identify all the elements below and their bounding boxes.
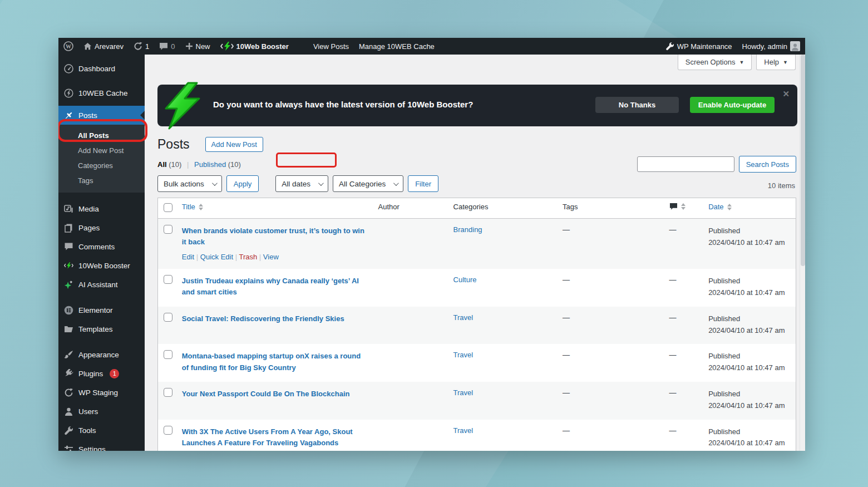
manage-cache-link[interactable]: Manage 10WEB Cache bbox=[354, 38, 440, 55]
comments-menu[interactable]: 0 bbox=[154, 38, 180, 55]
screen-options-button[interactable]: Screen Options ▼ bbox=[678, 55, 752, 70]
booster-label: 10Web Booster bbox=[236, 42, 289, 51]
row-checkbox[interactable] bbox=[164, 426, 172, 435]
sidebar-item-10web-cache[interactable]: 10WEB Cache bbox=[58, 83, 145, 102]
sidebar-item-media[interactable]: Media bbox=[58, 199, 145, 218]
post-title-link[interactable]: Justin Trudeau explains why Canada reall… bbox=[182, 276, 367, 298]
sidebar-item-comments[interactable]: Comments bbox=[58, 237, 145, 256]
select-all-checkbox[interactable] bbox=[164, 203, 172, 212]
sidebar-item-settings[interactable]: Settings bbox=[58, 440, 145, 451]
scrollbar-thumb[interactable] bbox=[801, 55, 805, 266]
current-menu-arrow bbox=[140, 111, 145, 120]
add-new-post-button[interactable]: Add New Post bbox=[205, 137, 263, 152]
comments-icon bbox=[64, 242, 73, 251]
apply-button[interactable]: Apply bbox=[226, 175, 259, 192]
row-checkbox[interactable] bbox=[164, 313, 172, 322]
banner-message: Do you want to always have the latest ve… bbox=[213, 100, 473, 109]
tools-wrench-icon bbox=[64, 426, 73, 435]
booster-menu[interactable]: 10Web Booster bbox=[215, 38, 294, 55]
comments-cell: — bbox=[664, 219, 703, 269]
view-posts-link[interactable]: View Posts bbox=[308, 38, 354, 55]
submenu-tags[interactable]: Tags bbox=[58, 173, 145, 188]
banner-close-icon[interactable]: ✕ bbox=[782, 89, 790, 99]
bulk-actions-select[interactable]: Bulk actions bbox=[157, 175, 222, 192]
folder-icon bbox=[64, 325, 73, 333]
view-published-link[interactable]: Published bbox=[194, 160, 226, 169]
plugins-update-badge: 1 bbox=[110, 369, 119, 378]
sort-comments-header[interactable] bbox=[669, 203, 685, 210]
wordpress-logo-menu[interactable]: W bbox=[58, 38, 78, 55]
sort-date-header[interactable]: Date bbox=[708, 203, 731, 211]
sidebar-item-ai-assistant[interactable]: AI Assistant bbox=[58, 275, 145, 294]
sidebar-item-dashboard[interactable]: Dashboard bbox=[58, 59, 145, 78]
sort-title-header[interactable]: Title bbox=[182, 203, 203, 211]
trash-link[interactable]: Trash bbox=[239, 253, 257, 261]
sort-arrows-icon bbox=[681, 203, 685, 210]
post-title-link[interactable]: When brands violate customer trust, it’s… bbox=[182, 225, 367, 248]
search-input[interactable] bbox=[637, 156, 734, 172]
tags-cell: — bbox=[557, 382, 664, 420]
author-cell bbox=[373, 382, 448, 420]
edit-link[interactable]: Edit bbox=[182, 253, 194, 261]
submenu-all-posts[interactable]: All Posts bbox=[58, 128, 145, 143]
quick-edit-link[interactable]: Quick Edit bbox=[200, 253, 233, 261]
category-link[interactable]: Travel bbox=[453, 313, 474, 322]
admin-sidebar: Dashboard 10WEB Cache Posts All Posts Ad… bbox=[58, 55, 145, 451]
sidebar-item-posts[interactable]: Posts bbox=[58, 106, 145, 125]
post-title-link[interactable]: With 3X The Active Users From A Year Ago… bbox=[182, 426, 367, 449]
row-checkbox[interactable] bbox=[164, 350, 172, 359]
tags-cell: — bbox=[557, 344, 664, 382]
sort-arrows-icon bbox=[199, 204, 203, 210]
help-button[interactable]: Help ▼ bbox=[756, 55, 796, 70]
post-title-link[interactable]: Your Next Passport Could Be On The Block… bbox=[182, 388, 350, 400]
wordpress-admin-window: W Arevarev 1 0 New bbox=[58, 38, 805, 451]
post-title-link[interactable]: Montana-based mapping startup onX raises… bbox=[182, 351, 367, 373]
row-checkbox[interactable] bbox=[164, 225, 172, 234]
sidebar-item-pages[interactable]: Pages bbox=[58, 218, 145, 237]
posts-table: Title Author Categories Tags Date When b… bbox=[157, 198, 796, 451]
new-content-menu[interactable]: New bbox=[180, 38, 215, 55]
plugin-icon bbox=[64, 369, 73, 378]
no-thanks-button[interactable]: No Thanks bbox=[595, 97, 679, 113]
all-dates-select[interactable]: All dates bbox=[275, 175, 328, 192]
sidebar-item-tools[interactable]: Tools bbox=[58, 421, 145, 440]
view-link[interactable]: View bbox=[263, 253, 279, 261]
tags-cell: — bbox=[557, 219, 664, 269]
row-checkbox[interactable] bbox=[164, 275, 172, 284]
sidebar-item-elementor[interactable]: Elementor bbox=[58, 301, 145, 319]
sidebar-item-users[interactable]: Users bbox=[58, 402, 145, 421]
home-icon bbox=[83, 42, 92, 51]
sidebar-item-plugins[interactable]: Plugins 1 bbox=[58, 364, 145, 383]
view-all-link[interactable]: All bbox=[157, 160, 167, 169]
account-menu[interactable]: Howdy, admin bbox=[737, 38, 805, 55]
category-link[interactable]: Branding bbox=[453, 225, 482, 234]
dashboard-icon bbox=[64, 64, 73, 73]
sidebar-item-10web-booster[interactable]: 10Web Booster bbox=[58, 256, 145, 275]
chevron-down-icon bbox=[212, 180, 218, 186]
submenu-categories[interactable]: Categories bbox=[58, 158, 145, 173]
sidebar-item-templates[interactable]: Templates bbox=[58, 319, 145, 338]
avatar bbox=[790, 41, 800, 51]
filter-button[interactable]: Filter bbox=[408, 175, 438, 192]
scrollbar[interactable] bbox=[800, 55, 805, 451]
row-checkbox[interactable] bbox=[164, 388, 172, 397]
sparkle-icon bbox=[64, 280, 73, 289]
wp-maintenance-menu[interactable]: WP Maintenance bbox=[660, 38, 737, 55]
category-link[interactable]: Travel bbox=[453, 426, 474, 435]
sidebar-item-appearance[interactable]: Appearance bbox=[58, 345, 145, 364]
sidebar-item-wp-staging[interactable]: WP Staging bbox=[58, 383, 145, 402]
tags-cell: — bbox=[557, 307, 664, 345]
search-posts-button[interactable]: Search Posts bbox=[739, 156, 796, 173]
enable-auto-update-button[interactable]: Enable Auto-update bbox=[690, 97, 775, 113]
all-categories-select[interactable]: All Categories bbox=[333, 175, 403, 192]
category-link[interactable]: Travel bbox=[453, 351, 474, 359]
pages-icon bbox=[64, 223, 73, 233]
category-link[interactable]: Travel bbox=[453, 388, 474, 397]
booster-sidebar-icon bbox=[64, 261, 73, 270]
site-name-menu[interactable]: Arevarev bbox=[78, 38, 129, 55]
updates-menu[interactable]: 1 bbox=[129, 38, 154, 55]
submenu-add-new-post[interactable]: Add New Post bbox=[58, 143, 145, 158]
category-link[interactable]: Culture bbox=[453, 276, 477, 284]
wordpress-logo-icon: W bbox=[63, 41, 73, 51]
post-title-link[interactable]: Social Travel: Rediscovering the Friendl… bbox=[182, 313, 344, 324]
